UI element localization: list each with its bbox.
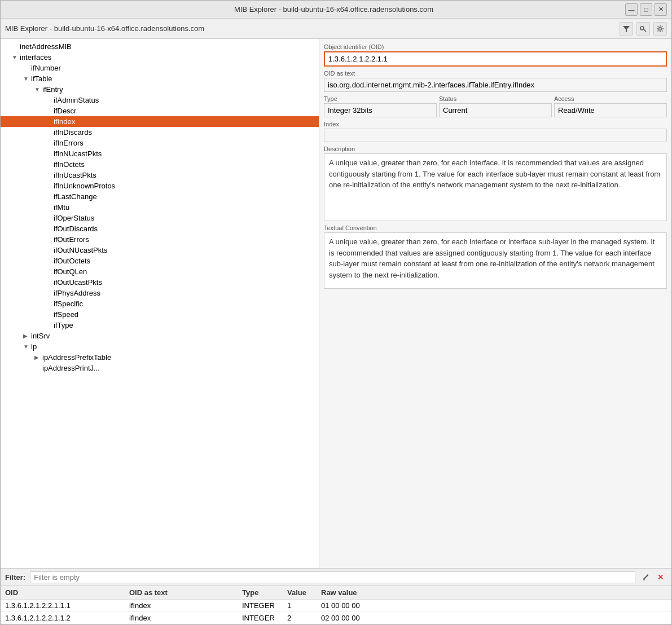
- key-menu-icon[interactable]: [636, 22, 650, 36]
- tree-item-ifIndex[interactable]: ifIndex: [1, 116, 319, 127]
- tree-item-ifInErrors[interactable]: ifInErrors: [1, 138, 319, 148]
- oid-as-text-value: iso.org.dod.internet.mgmt.mib-2.interfac…: [324, 78, 667, 92]
- tree-label-ifOutDiscards: ifOutDiscards: [54, 225, 98, 233]
- oid-input[interactable]: [324, 51, 667, 67]
- tree-label-intSrv: intSrv: [31, 332, 50, 340]
- tree-item-ifType[interactable]: ifType: [1, 320, 319, 331]
- tree-item-ifInUnknownProtos[interactable]: ifInUnknownProtos: [1, 181, 319, 191]
- tree-item-ifAdminStatus[interactable]: ifAdminStatus: [1, 95, 319, 105]
- tree-item-intSrv[interactable]: ▶ intSrv: [1, 331, 319, 341]
- tree-item-ifEntry[interactable]: ▼ ifEntry: [1, 84, 319, 95]
- row2-type: INTEGER: [242, 614, 287, 622]
- tree-label-interfaces: interfaces: [20, 53, 51, 61]
- access-label: Access: [554, 95, 667, 102]
- tree-label-ifMtu: ifMtu: [54, 203, 69, 212]
- status-value: Current: [439, 103, 552, 117]
- tree-item-ipAddressPrefixTable[interactable]: ▶ ipAddressPrefixTable: [1, 352, 319, 363]
- tree-label-ifPhysAddress: ifPhysAddress: [54, 289, 100, 297]
- svg-line-11: [658, 30, 659, 32]
- title-bar: MIB Explorer - build-ubuntu-16-x64.offic…: [1, 1, 671, 19]
- minimize-button[interactable]: —: [625, 3, 638, 16]
- filter-edit-icon[interactable]: [640, 571, 652, 583]
- tree-item-ifOutErrors[interactable]: ifOutErrors: [1, 234, 319, 245]
- tree-item-ifOutNUcastPkts[interactable]: ifOutNUcastPkts: [1, 245, 319, 256]
- header-type: Type: [242, 588, 287, 597]
- oid-label: Object identifier (OID): [324, 43, 667, 50]
- type-status-access-row: Type Integer 32bits Status Current Acces…: [324, 95, 667, 117]
- svg-line-10: [662, 26, 663, 27]
- tree-label-ipAddressPrintJ: ipAddressPrintJ...: [42, 364, 100, 372]
- description-text: A unique value, greater than zero, for e…: [324, 153, 667, 221]
- tree-item-ifTable[interactable]: ▼ ifTable: [1, 73, 319, 84]
- status-label: Status: [439, 95, 552, 102]
- tree-item-ifInNUcastPkts[interactable]: ifInNUcastPkts: [1, 148, 319, 159]
- menu-bar-title: MIB Explorer - build-ubuntu-16-x64.offic…: [5, 24, 204, 33]
- tree-item-ifMtu[interactable]: ifMtu: [1, 202, 319, 213]
- tree-item-ifInUcastPkts[interactable]: ifInUcastPkts: [1, 170, 319, 181]
- tree-label: inetAddressMIB: [20, 42, 72, 51]
- window-title: MIB Explorer - build-ubuntu-16-x64.offic…: [42, 5, 625, 14]
- tree-item-ifNumber[interactable]: ifNumber: [1, 63, 319, 73]
- main-window: MIB Explorer - build-ubuntu-16-x64.offic…: [0, 0, 672, 625]
- tree-label-ifLastChange: ifLastChange: [54, 192, 97, 201]
- maximize-button[interactable]: □: [640, 3, 652, 16]
- tree-item-interfaces[interactable]: ▼ interfaces: [1, 52, 319, 63]
- tree-arrow-interfaces: ▼: [12, 54, 20, 60]
- tree-item-ifSpeed[interactable]: ifSpeed: [1, 309, 319, 320]
- header-raw-value: Raw value: [321, 588, 389, 597]
- table-row[interactable]: 1.3.6.1.2.1.2.2.1.1.2 ifIndex INTEGER 2 …: [1, 612, 671, 624]
- tree-item-inetAddressMIB[interactable]: inetAddressMIB: [1, 41, 319, 52]
- textual-convention-field-group: Textual Convention A unique value, great…: [324, 225, 667, 289]
- filter-input[interactable]: [30, 571, 635, 583]
- tree-item-ifOperStatus[interactable]: ifOperStatus: [1, 213, 319, 223]
- tree-arrow-intSrv: ▶: [23, 333, 31, 339]
- header-oid: OID: [5, 588, 129, 597]
- index-value: [324, 129, 667, 142]
- table-row[interactable]: 1.3.6.1.2.1.2.2.1.1.1 ifIndex INTEGER 1 …: [1, 600, 671, 612]
- tree-label-ifOutOctets: ifOutOctets: [54, 257, 90, 265]
- row2-oid-text: ifIndex: [129, 614, 242, 622]
- tree-arrow-ifTable: ▼: [23, 76, 31, 82]
- funnel-icon: [622, 25, 630, 33]
- svg-line-8: [658, 26, 659, 27]
- tree-item-ifInDiscards[interactable]: ifInDiscards: [1, 127, 319, 138]
- menu-bar-icons: [620, 22, 667, 36]
- row2-raw: 02 00 00 00: [321, 614, 389, 622]
- close-button[interactable]: ✕: [655, 3, 667, 16]
- tree-panel[interactable]: inetAddressMIB ▼ interfaces ifNumber ▼ i…: [1, 39, 319, 568]
- svg-point-3: [659, 27, 662, 30]
- tree-label-ifIndex: ifIndex: [54, 117, 75, 126]
- tree-label-ifInUcastPkts: ifInUcastPkts: [54, 171, 96, 179]
- oid-as-text-label: OID as text: [324, 70, 667, 77]
- tree-item-ifOutQLen[interactable]: ifOutQLen: [1, 266, 319, 277]
- row1-oid-text: ifIndex: [129, 601, 242, 610]
- tree-item-ifOutUcastPkts[interactable]: ifOutUcastPkts: [1, 277, 319, 288]
- tree-label-ifTable: ifTable: [31, 74, 52, 83]
- tree-item-ifSpecific[interactable]: ifSpecific: [1, 298, 319, 309]
- tree-item-ip[interactable]: ▼ ip: [1, 341, 319, 352]
- tree-label-ip: ip: [31, 342, 37, 351]
- index-field-group: Index: [324, 121, 667, 142]
- tree-label-ifOutUcastPkts: ifOutUcastPkts: [54, 278, 102, 287]
- tree-item-ifLastChange[interactable]: ifLastChange: [1, 191, 319, 202]
- row1-raw: 01 00 00 00: [321, 601, 389, 610]
- row1-value: 1: [287, 601, 321, 610]
- tree-item-ifDescr[interactable]: ifDescr: [1, 105, 319, 116]
- tree-item-ifInOctets[interactable]: ifInOctets: [1, 159, 319, 170]
- tree-arrow-ifEntry: ▼: [34, 86, 42, 93]
- main-content: inetAddressMIB ▼ interfaces ifNumber ▼ i…: [1, 39, 671, 568]
- filter-menu-icon[interactable]: [620, 22, 633, 36]
- textual-convention-label: Textual Convention: [324, 225, 667, 231]
- tree-item-ifPhysAddress[interactable]: ifPhysAddress: [1, 288, 319, 298]
- settings-menu-icon[interactable]: [653, 22, 667, 36]
- tree-item-ifOutOctets[interactable]: ifOutOctets: [1, 256, 319, 266]
- key-icon: [639, 25, 647, 33]
- access-field-group: Access Read/Write: [554, 95, 667, 117]
- tree-label-ifOperStatus: ifOperStatus: [54, 214, 94, 222]
- tree-item-ifOutDiscards[interactable]: ifOutDiscards: [1, 223, 319, 234]
- tree-label-ifAdminStatus: ifAdminStatus: [54, 96, 99, 104]
- tree-item-ipAddressPrintJ[interactable]: ipAddressPrintJ...: [1, 363, 319, 373]
- tree-label-ifInDiscards: ifInDiscards: [54, 128, 92, 137]
- tree-label-ifDescr: ifDescr: [54, 107, 76, 115]
- filter-clear-icon[interactable]: ✕: [655, 571, 667, 583]
